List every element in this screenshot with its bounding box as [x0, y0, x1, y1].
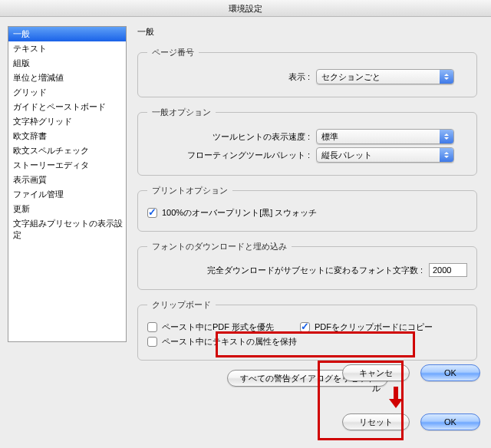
floating-palette-select[interactable]: 縦長パレット [316, 147, 454, 163]
overprint-black-label: 100%のオーバープリント[黒] スウォッチ [162, 207, 317, 219]
panel-heading: 一般 [137, 26, 477, 38]
sidebar-item[interactable]: 表示画質 [8, 173, 126, 187]
dialog-buttons: キャンセル OK リセット OK [311, 361, 480, 434]
subset-threshold-label: 完全ダウンロードがサブセットに変わるフォント文字数 : [147, 265, 429, 276]
sidebar-item[interactable]: 欧文辞書 [8, 129, 126, 143]
sidebar-item[interactable]: 文字組みプリセットの表示設定 [8, 216, 126, 242]
floating-palette-value: 縦長パレット [317, 150, 440, 161]
font-download-group: フォントのダウンロードと埋め込み 完全ダウンロードがサブセットに変わるフォント文… [137, 241, 477, 290]
page-number-display-select[interactable]: セクションごと [316, 69, 454, 84]
overprint-black-checkbox[interactable] [147, 208, 157, 218]
print-options-group: プリントオプション 100%のオーバープリント[黒] スウォッチ [137, 185, 477, 232]
page-number-legend: ページ番号 [147, 47, 199, 58]
arrow-down-icon [311, 385, 480, 410]
copy-pdf-clipboard-checkbox[interactable] [300, 322, 310, 332]
sidebar-item[interactable]: ファイル管理 [8, 187, 126, 202]
floating-palette-label: フローティングツールパレット : [147, 150, 316, 161]
general-options-group: 一般オプション ツールヒントの表示速度 : 標準 フローティングツールパレット … [137, 107, 477, 176]
clipboard-legend: クリップボード [147, 299, 216, 311]
chevron-updown-icon [440, 148, 453, 162]
cancel-button[interactable]: キャンセル [342, 364, 410, 381]
keep-text-attrs-checkbox[interactable] [147, 337, 157, 347]
sidebar-item[interactable]: 単位と増減値 [8, 71, 126, 85]
sidebar-item[interactable]: ガイドとペーストボード [8, 100, 126, 114]
general-options-legend: 一般オプション [147, 107, 216, 118]
tooltip-speed-select[interactable]: 標準 [316, 129, 454, 144]
subset-threshold-input[interactable] [429, 263, 467, 277]
reset-button[interactable]: リセット [342, 413, 410, 430]
print-options-legend: プリントオプション [147, 185, 232, 196]
chevron-updown-icon [440, 130, 453, 143]
sidebar-item[interactable]: 一般 [8, 27, 126, 41]
page-number-display-label: 表示 : [147, 71, 316, 83]
ok-button-2[interactable]: OK [420, 413, 480, 430]
sidebar-item[interactable]: 欧文スペルチェック [8, 143, 126, 158]
paste-pdf-first-label: ペースト中にPDF 形式を優先 [162, 321, 300, 333]
page-number-display-value: セクションごと [317, 71, 440, 83]
page-number-group: ページ番号 表示 : セクションごと [137, 47, 477, 97]
category-sidebar: 一般テキスト組版単位と増減値グリッドガイドとペーストボード文字枠グリッド欧文辞書… [8, 26, 127, 342]
paste-pdf-first-checkbox[interactable] [147, 322, 157, 332]
chevron-updown-icon [440, 70, 453, 84]
copy-pdf-clipboard-label: PDFをクリップボードにコピー [315, 321, 433, 333]
settings-panel: 一般 ページ番号 表示 : セクションごと 一般オプション ツールヒントの表示速… [127, 26, 483, 387]
tooltip-speed-value: 標準 [317, 131, 440, 143]
tooltip-speed-label: ツールヒントの表示速度 : [147, 131, 316, 143]
sidebar-item[interactable]: グリッド [8, 85, 126, 100]
sidebar-item[interactable]: 更新 [8, 202, 126, 216]
sidebar-item[interactable]: 組版 [8, 56, 126, 71]
font-download-legend: フォントのダウンロードと埋め込み [147, 241, 292, 252]
sidebar-item[interactable]: ストーリーエディタ [8, 158, 126, 173]
keep-text-attrs-label: ペースト中にテキストの属性を保持 [162, 336, 297, 348]
sidebar-item[interactable]: テキスト [8, 41, 126, 56]
sidebar-item[interactable]: 文字枠グリッド [8, 114, 126, 129]
ok-button[interactable]: OK [420, 364, 480, 381]
content-area: 一般テキスト組版単位と増減値グリッドガイドとペーストボード文字枠グリッド欧文辞書… [0, 17, 491, 387]
window-title: 環境設定 [0, 0, 491, 17]
clipboard-group: クリップボード ペースト中にPDF 形式を優先 PDFをクリップボードにコピー … [137, 299, 477, 361]
